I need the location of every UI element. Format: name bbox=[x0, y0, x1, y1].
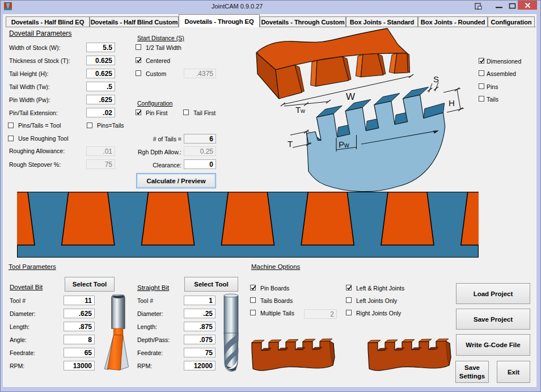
svg-text:w: w bbox=[344, 141, 349, 149]
svg-text:T: T bbox=[288, 139, 293, 149]
svg-text:H: H bbox=[449, 98, 455, 108]
svg-text:W: W bbox=[346, 91, 355, 102]
svg-text:P: P bbox=[339, 140, 344, 149]
svg-text:w: w bbox=[300, 107, 305, 114]
svg-text:T: T bbox=[295, 105, 301, 115]
